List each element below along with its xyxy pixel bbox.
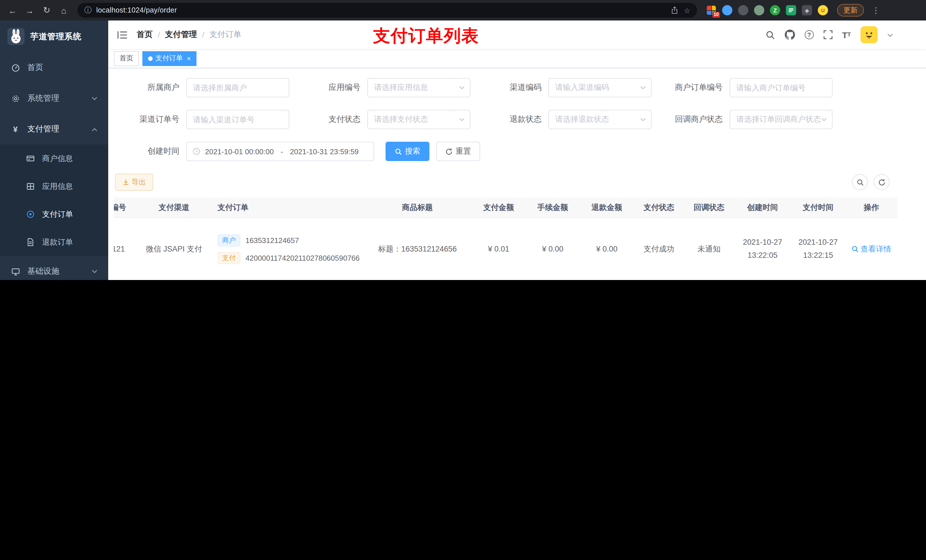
refund-status-select[interactable]: 请选择退款状态 [548,110,652,129]
browser-reload-icon[interactable]: ↻ [40,3,53,17]
filter-notify-status: 回调商户状态 请选择订单回调商户状态 [652,110,832,129]
breadcrumb-separator: / [202,30,204,39]
page-content: 所属商户 应用编号 请选择应用信息 渠道编码 请输入渠道编码 [108,68,926,280]
column-header-8: 回调状态 [684,198,734,217]
sidebar-item-merchant-info[interactable]: 商户信息 [0,145,108,172]
filter-app: 应用编号 请选择应用信息 [289,78,471,97]
chevron-down-icon [459,86,465,90]
tab-home[interactable]: 首页 [114,51,139,66]
grid-icon [26,182,35,191]
column-header-3: 商品标题 [363,198,472,217]
extension-drop-icon[interactable] [722,5,732,15]
pay-status-select[interactable]: 请选择支付状态 [367,110,471,129]
close-icon[interactable]: × [187,54,191,62]
font-size-icon[interactable]: TT [842,30,851,39]
extension-puzzle-icon[interactable]: ◈ [802,5,812,15]
top-navbar: 首页 / 支付管理 / 支付订单 支付订单列表 ? [108,21,926,49]
create-time-range-input[interactable]: 2021-10-01 00:00:00 - 2021-10-31 23:59:5… [186,142,374,161]
sidebar-item-app-info[interactable]: 应用信息 [0,172,108,200]
column-header-1: 支付渠道 [138,198,210,217]
sidebar-item-pay-order[interactable]: 支付订单 [0,200,108,228]
avatar-caret-icon[interactable] [887,30,893,40]
merchant-order-no-input[interactable] [729,78,832,97]
breadcrumb-home[interactable]: 首页 [137,30,153,40]
cell-amount: ¥ 0.01 [472,218,526,280]
share-icon[interactable] [671,6,678,14]
refresh-button[interactable] [874,174,890,190]
cell-created: 2021-10-2713:22:05 [734,218,791,280]
extension-notes-icon[interactable] [786,5,796,15]
site-info-icon[interactable]: ⓘ [84,5,92,15]
export-button[interactable]: 导出 [115,174,153,191]
chevron-down-icon [640,86,646,90]
user-avatar[interactable] [861,26,878,43]
github-icon[interactable] [784,30,795,40]
table-tools [852,174,890,190]
help-icon[interactable]: ? [804,30,814,39]
fullscreen-icon[interactable] [823,30,832,39]
navbar-actions: ? TT [765,26,926,43]
channel-order-no-input[interactable] [186,110,289,129]
view-detail-link[interactable]: 查看详情 [851,244,891,254]
sidebar: 芋道管理系统 首页 系统管理 ¥ 支付管 [0,21,108,280]
url-text[interactable]: localhost:1024/pay/order [96,6,666,14]
reset-button[interactable]: 重置 [436,142,480,161]
refresh-icon [445,148,453,155]
filter-create-time: 创建时间 2021-10-01 00:00:00 - 2021-10-31 23… [108,142,374,161]
notify-status-select[interactable]: 请选择订单回调商户状态 [729,110,832,129]
app-title: 芋道管理系统 [30,31,82,42]
browser-forward-icon[interactable]: → [23,3,36,17]
sidebar-item-payment[interactable]: ¥ 支付管理 [0,114,108,145]
search-button[interactable]: 搜索 [386,142,430,161]
filter-row-1: 所属商户 应用编号 请选择应用信息 渠道编码 请输入渠道编码 [108,78,926,97]
browser-home-icon[interactable]: ⌂ [57,3,71,17]
sidebar-item-refund-order[interactable]: 退款订单 [0,228,108,256]
logo-bunny-icon [8,28,24,45]
target-icon [26,210,35,219]
sidebar-item-label: 系统管理 [27,93,59,104]
extension-green-z-icon[interactable]: Z [770,5,780,15]
tab-label: 支付订单 [156,53,183,63]
cell-notify: 未通知 [684,218,734,280]
filter-label: 支付状态 [289,115,367,125]
sidebar-item-home[interactable]: 首页 [0,52,108,83]
app-select[interactable]: 请选择应用信息 [367,78,471,97]
tab-label: 首页 [120,53,133,63]
gear-icon [11,94,20,103]
bookmark-star-icon[interactable]: ☆ [684,6,690,15]
table-header-row: 编号支付渠道支付订单商品标题支付金额手续金额退款金额支付状态回调状态创建时间支付… [114,198,897,218]
orders-table-wrap: 编号支付渠道支付订单商品标题支付金额手续金额退款金额支付状态回调状态创建时间支付… [114,198,926,280]
filter-label: 回调商户状态 [652,115,729,125]
filter-label: 渠道订单号 [108,115,186,125]
update-button[interactable]: 更新 [837,4,864,17]
hide-search-button[interactable] [852,174,868,190]
column-header-11: 操作 [845,198,897,217]
column-header-5: 手续金额 [526,198,580,217]
merchant-input[interactable] [186,78,289,97]
filter-label: 所属商户 [108,83,186,93]
sidebar-item-infra[interactable]: 基础设施 [0,256,108,280]
extension-badge: 10 [713,12,720,18]
extension-dark-icon[interactable] [738,5,748,15]
filter-channel-order-no: 渠道订单号 [108,110,289,129]
sidebar-item-system[interactable]: 系统管理 [0,83,108,114]
cell-status: 支付成功 [634,218,684,280]
browser-menu-icon[interactable]: ⋮ [872,6,880,15]
extension-colorful-icon[interactable]: 10 [706,5,716,15]
address-bar[interactable]: ⓘ localhost:1024/pay/order ☆ [77,3,697,18]
browser-back-icon[interactable]: ← [6,3,20,17]
document-icon [26,238,35,247]
channel-code-select[interactable]: 请输入渠道编码 [548,78,652,97]
cell-fee: ¥ 0.00 [526,218,580,280]
tags-view: 首页 支付订单 × [108,49,926,68]
merchant-order-no: 1635312124657 [245,236,299,245]
sidebar-item-label: 支付管理 [27,124,59,134]
search-icon [856,178,864,186]
search-icon[interactable] [765,30,775,39]
cell-paid: 2021-10-2713:22:15 [791,218,845,280]
tab-pay-order[interactable]: 支付订单 × [142,51,197,66]
sidebar-fold-icon[interactable] [117,30,127,39]
monitor-icon [11,267,20,276]
extension-gray-green-icon[interactable] [754,5,764,15]
extension-memoji-icon[interactable] [818,5,828,15]
